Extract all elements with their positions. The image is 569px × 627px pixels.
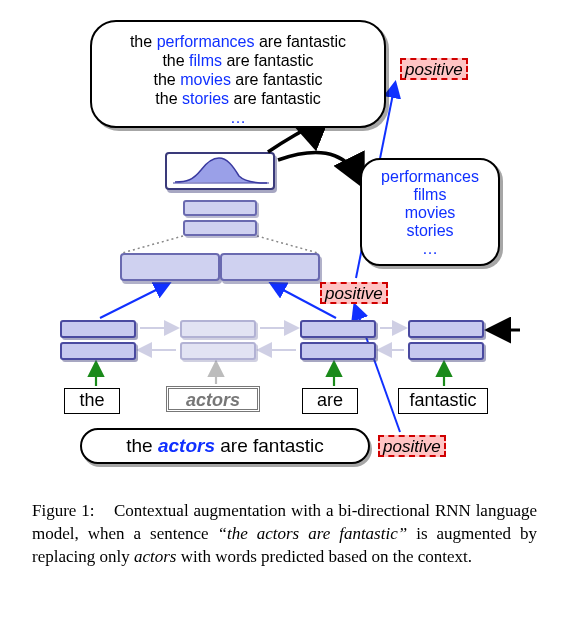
aug-line-2: the films are fantastic — [92, 51, 384, 70]
svg-line-1 — [257, 236, 318, 253]
figure-diagram: the performances are fantastic the films… — [0, 0, 569, 490]
hidden-vector-1 — [183, 200, 257, 216]
input-sentence-pill: the actors are fantastic — [80, 428, 370, 464]
caption-quoted: “the actors are fantastic” — [218, 524, 408, 543]
token-fantastic: fantastic — [398, 388, 488, 414]
svg-line-0 — [122, 236, 183, 253]
label-positive-bottom: positive — [378, 435, 446, 457]
caption-body-3: with words predicted based on the contex… — [181, 547, 472, 566]
aug-line-4: the stories are fantastic — [92, 89, 384, 108]
caption-italic-word: actors — [134, 547, 177, 566]
distribution-curve-icon — [173, 156, 269, 184]
sent-prefix: the — [126, 435, 158, 456]
hidden-vector-2 — [183, 220, 257, 236]
pred-word-3: movies — [362, 204, 498, 222]
distribution-box — [165, 152, 275, 190]
pred-word-1: performances — [362, 168, 498, 186]
context-vector-left — [120, 253, 220, 281]
context-vector-pair — [120, 253, 320, 285]
rnn-cell-4 — [408, 320, 484, 360]
figure-caption: Figure 1: Contextual augmentation with a… — [32, 500, 537, 569]
sent-suffix: are fantastic — [215, 435, 324, 456]
svg-line-12 — [100, 284, 168, 318]
rnn-cell-1 — [60, 320, 136, 360]
aug-line-1: the performances are fantastic — [92, 32, 384, 51]
pred-word-4: stories — [362, 222, 498, 240]
token-actors-masked: actors — [166, 386, 260, 412]
pred-ellipsis: … — [362, 240, 498, 258]
caption-fig-label: Figure 1: — [32, 501, 95, 520]
label-positive-top: positive — [400, 58, 468, 80]
augmented-sentences-bubble: the performances are fantastic the films… — [90, 20, 386, 128]
aug-line-3: the movies are fantastic — [92, 70, 384, 89]
token-the: the — [64, 388, 120, 414]
label-positive-mid: positive — [320, 282, 388, 304]
context-vector-right — [220, 253, 320, 281]
pred-word-2: films — [362, 186, 498, 204]
aug-ellipsis: … — [92, 108, 384, 127]
sent-target: actors — [158, 435, 215, 456]
token-are: are — [302, 388, 358, 414]
rnn-cell-2-masked — [180, 320, 256, 360]
rnn-cell-3 — [300, 320, 376, 360]
predicted-words-bubble: performances films movies stories … — [360, 158, 500, 266]
